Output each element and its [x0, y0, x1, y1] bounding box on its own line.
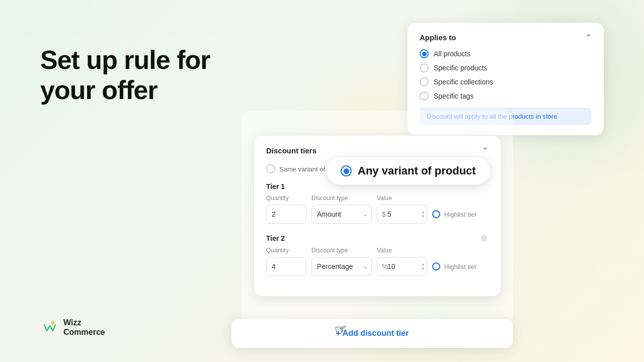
tier-2-section: Tier 2 🗑 Quantity Discount type Value Pe… — [266, 234, 489, 276]
highlight-label-2: Highlist tier — [444, 263, 476, 270]
radio-specific-products[interactable] — [420, 63, 429, 72]
delete-tier-2-icon[interactable]: 🗑 — [480, 234, 489, 243]
tier-2-discount-type-wrapper: Percentage Amount ⌄ — [311, 257, 372, 276]
tier-2-spinner-down-icon[interactable]: ▼ — [421, 267, 425, 271]
label-specific-tags: Specific tags — [434, 92, 473, 100]
option-specific-tags[interactable]: Specific tags — [420, 92, 592, 101]
tier-1-value-prefix: $ — [382, 210, 386, 218]
svg-point-1 — [51, 321, 54, 324]
discount-type-label: Discount type — [311, 195, 372, 202]
tier-2-field-labels: Quantity Discount type Value — [266, 247, 489, 254]
spinner-up-icon[interactable]: ▲ — [421, 210, 425, 214]
radio-specific-tags[interactable] — [420, 92, 429, 101]
tier-2-spinners: ▲ ▼ — [421, 262, 425, 271]
discount-tiers-card: Discount tiers ⌃ Same variant of product… — [254, 136, 501, 296]
hero-title: Set up rule for your offer — [40, 45, 210, 106]
tier-1-discount-type-select[interactable]: Amount Percentage — [311, 205, 372, 224]
spinner-down-icon[interactable]: ▼ — [421, 215, 425, 219]
tier-1-spinners: ▲ ▼ — [421, 210, 425, 219]
tier-1-fields: Amount Percentage ⌄ $ ▲ ▼ Highlist tier — [266, 205, 489, 224]
applies-to-options: All products Specific products Specific … — [420, 49, 592, 101]
applies-to-title: Applies to — [420, 33, 456, 42]
logo: Wizz Commerce — [40, 318, 105, 337]
tier-2-fields: Percentage Amount ⌄ % ▲ ▼ Highlist tier — [266, 257, 489, 276]
label-specific-products: Specific products — [434, 64, 488, 72]
tier-2-value-wrapper: % ▲ ▼ — [377, 257, 427, 276]
label-all-products: All products — [434, 50, 470, 58]
radio-same-variant[interactable] — [266, 164, 275, 173]
tier-1-field-labels: Quantity Discount type Value — [266, 195, 489, 202]
tier-1-name: Tier 1 — [266, 183, 285, 191]
tier-2-quantity-label: Quantity — [266, 247, 306, 254]
tiers-collapse-icon[interactable]: ⌃ — [482, 146, 489, 155]
radio-specific-collections[interactable] — [420, 77, 429, 86]
tiers-header: Discount tiers ⌃ — [266, 146, 489, 155]
main-content: Set up rule for your offer Wizz Commerce… — [0, 0, 644, 362]
tier-2-value-prefix: % — [382, 262, 388, 270]
tier-2-discount-type-label: Discount type — [311, 247, 372, 254]
option-specific-collections[interactable]: Specific collections — [420, 77, 592, 86]
tier-2-quantity-input[interactable] — [266, 257, 306, 276]
tier-1-highlight[interactable]: Highlist tier — [432, 210, 476, 218]
logo-icon — [40, 318, 59, 337]
tier-2-spinner-up-icon[interactable]: ▲ — [421, 262, 425, 266]
option-specific-products[interactable]: Specific products — [420, 63, 592, 72]
variant-row: Same variant of product only Any variant… — [266, 164, 489, 173]
tier-1-value-wrapper: $ ▲ ▼ — [377, 205, 427, 224]
tier-1-section: Tier 1 Quantity Discount type Value Amou… — [266, 183, 489, 224]
collapse-icon[interactable]: ⌃ — [585, 33, 592, 42]
radio-all-products[interactable] — [420, 49, 429, 58]
radio-any-variant[interactable] — [341, 165, 352, 176]
highlight-label-1: Highlist tier — [444, 211, 476, 218]
svg-point-0 — [40, 318, 59, 337]
highlight-circle-1[interactable] — [432, 210, 440, 218]
quantity-label: Quantity — [266, 195, 306, 202]
add-tier-card[interactable]: + Add discount tier — [231, 319, 513, 348]
card-header: Applies to ⌃ — [420, 33, 592, 42]
tiers-title: Discount tiers — [266, 146, 316, 155]
tier-1-discount-type-wrapper: Amount Percentage ⌄ — [311, 205, 372, 224]
value-label: Value — [377, 195, 427, 202]
hero-section: Set up rule for your offer — [40, 45, 210, 106]
any-variant-text: Any variant of product — [358, 164, 476, 177]
highlight-circle-2[interactable] — [432, 262, 440, 270]
option-all-products[interactable]: All products — [420, 49, 592, 58]
any-variant-popup[interactable]: Any variant of product — [327, 157, 490, 185]
tier-2-value-label: Value — [377, 247, 427, 254]
tier-1-quantity-input[interactable] — [266, 205, 306, 224]
tier-2-name: Tier 2 — [266, 234, 285, 242]
tier-2-header: Tier 2 🗑 — [266, 234, 489, 243]
tier-2-discount-type-select[interactable]: Percentage Amount — [311, 257, 372, 276]
label-specific-collections: Specific collections — [434, 78, 493, 86]
logo-text: Wizz Commerce — [63, 318, 105, 337]
tier-2-highlight[interactable]: Highlist tier — [432, 262, 476, 270]
